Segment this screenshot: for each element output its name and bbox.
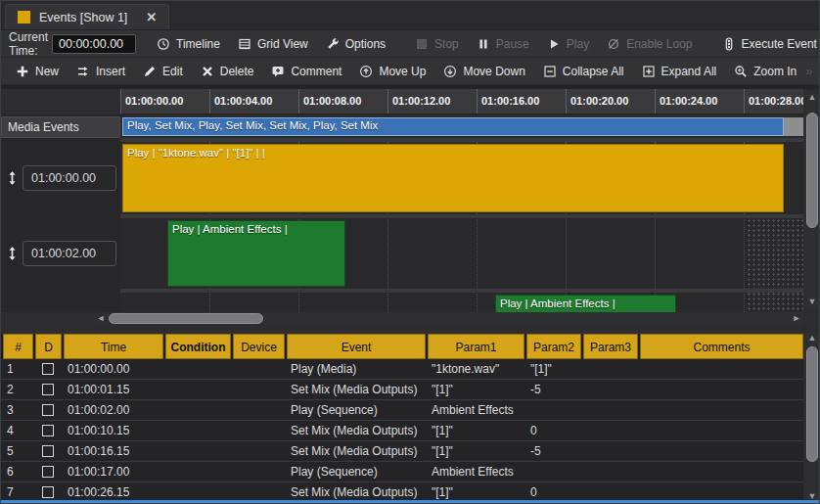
column-header-num[interactable]: # <box>3 334 33 359</box>
column-header-disabled[interactable]: D <box>35 334 62 359</box>
enable-loop-button-label: Enable Loop <box>626 37 692 51</box>
media-event-bar[interactable]: Play | "1ktone.wav" | "[1]" | | <box>122 144 784 212</box>
table-row[interactable]: 6 01:00:17.00 Play (Sequence) Ambient Ef… <box>1 462 803 482</box>
scroll-right-icon[interactable]: ► <box>790 312 803 325</box>
track-start-time[interactable]: 01:00:02.00 <box>23 241 116 266</box>
toolbar-overflow-chevron[interactable]: » <box>805 64 814 78</box>
play-button[interactable]: Play <box>538 32 598 56</box>
timeline-scrollbar-thumb[interactable] <box>806 113 818 228</box>
scroll-up-icon[interactable]: ▲ <box>804 332 820 344</box>
move-down-button-label: Move Down <box>463 65 524 78</box>
scroll-down-icon[interactable]: ▼ <box>804 296 820 308</box>
horizontal-scrollbar-thumb[interactable] <box>109 313 263 324</box>
row-time: 01:00:16.15 <box>68 441 161 461</box>
column-header-param1[interactable]: Param1 <box>428 334 524 359</box>
track-label-2[interactable]: 01:00:02.00 <box>1 218 120 289</box>
pause-button-label: Pause <box>496 37 529 51</box>
grid-vertical-scrollbar[interactable]: ▲ ▼ <box>804 332 820 503</box>
delete-button[interactable]: Delete <box>192 60 263 83</box>
insert-arrows-icon <box>76 65 90 78</box>
expand-all-button[interactable]: Expand All <box>633 60 726 83</box>
sequence-event-bar[interactable]: Play | Ambient Effects | <box>167 220 345 287</box>
play-icon <box>547 37 561 51</box>
tab-events[interactable]: Events [Show 1] ✕ <box>5 4 169 29</box>
track-start-time[interactable]: 01:00:00.00 <box>23 165 116 191</box>
options-button[interactable]: Options <box>317 32 394 56</box>
group-summary-bar[interactable]: Play, Set Mix, Play, Set Mix, Set Mix, P… <box>122 117 784 136</box>
table-row[interactable]: 4 01:00:10.15 Set Mix (Media Outputs) "[… <box>1 421 803 441</box>
events-window: Events [Show 1] ✕ Current Time: Timeline… <box>0 0 820 504</box>
disable-checkbox[interactable] <box>42 404 54 416</box>
edit-button-label: Edit <box>162 65 183 78</box>
current-time-input[interactable] <box>52 34 136 54</box>
column-header-comments[interactable]: Comments <box>640 334 803 359</box>
disable-checkbox[interactable] <box>42 466 54 478</box>
grid-scrollbar-thumb[interactable] <box>806 346 818 462</box>
track-label-1[interactable]: 01:00:00.00 <box>1 142 120 214</box>
column-header-param3[interactable]: Param3 <box>583 334 638 359</box>
pause-button[interactable]: Pause <box>468 32 538 56</box>
move-down-button[interactable]: Move Down <box>434 60 533 83</box>
group-summary-bar-tail <box>784 117 803 136</box>
new-button[interactable]: New <box>7 60 68 83</box>
disable-checkbox[interactable] <box>42 445 54 457</box>
horizontal-scrollbar[interactable]: ◄ ► <box>94 312 803 325</box>
move-up-button[interactable]: Move Up <box>350 60 434 83</box>
event-grid-header: # D Time Condition Device Event Param1 P… <box>1 334 803 359</box>
timeline-button[interactable]: Timeline <box>148 32 229 56</box>
close-icon[interactable]: ✕ <box>146 10 157 24</box>
column-header-device[interactable]: Device <box>233 334 285 359</box>
edit-button[interactable]: Edit <box>134 60 192 83</box>
window-bottom-edge <box>1 500 819 503</box>
grid-view-button[interactable]: Grid View <box>229 32 317 56</box>
row-time: 01:00:01.15 <box>68 380 161 399</box>
comment-button[interactable]: Comment <box>262 60 350 83</box>
table-row[interactable]: 2 01:00:01.15 Set Mix (Media Outputs) "[… <box>1 380 803 400</box>
sequence-event-bar[interactable]: Play | Ambient Effects | <box>495 295 676 312</box>
disable-checkbox[interactable] <box>42 384 54 395</box>
table-row[interactable]: 1 01:00:00.00 Play (Media) "1ktone.wav" … <box>1 359 803 380</box>
scroll-up-icon[interactable]: ▲ <box>804 91 820 104</box>
table-row[interactable]: 5 01:00:16.15 Set Mix (Media Outputs) "[… <box>1 441 803 462</box>
circle-down-arrow-icon <box>443 65 457 78</box>
insert-button[interactable]: Insert <box>68 60 134 83</box>
execute-event-button[interactable]: Execute Event <box>713 32 820 56</box>
execute-event-button-label: Execute Event <box>742 37 817 51</box>
disable-checkbox[interactable] <box>42 425 54 436</box>
ruler-tick-label: 01:00:24.00 <box>655 89 744 114</box>
disable-checkbox[interactable] <box>42 363 54 375</box>
track-group-header[interactable]: Media Events <box>1 116 120 138</box>
zoom-in-button[interactable]: Zoom In <box>725 60 805 83</box>
events-tab-icon <box>18 11 30 23</box>
grid-view-button-label: Grid View <box>257 37 308 51</box>
row-separator <box>120 138 803 142</box>
column-header-event[interactable]: Event <box>287 334 426 359</box>
table-row[interactable]: 3 01:00:02.00 Play (Sequence) Ambient Ef… <box>1 400 803 421</box>
timeline-end-hatch <box>747 218 803 312</box>
row-number: 1 <box>7 359 30 379</box>
row-param1: Ambient Effects <box>432 462 524 481</box>
timeline-canvas[interactable]: Play, Set Mix, Play, Set Mix, Set Mix, P… <box>120 115 803 312</box>
row-number: 2 <box>7 380 30 399</box>
collapse-all-button[interactable]: Collapse All <box>534 60 633 83</box>
row-param1: "[1]" <box>432 421 524 440</box>
timeline-button-label: Timeline <box>176 37 220 51</box>
row-separator <box>120 214 803 218</box>
ruler-tick-label: 01:00:08.00 <box>298 89 387 114</box>
row-event: Set Mix (Media Outputs) <box>291 380 424 399</box>
delete-button-label: Delete <box>220 65 254 78</box>
column-header-condition[interactable]: Condition <box>165 334 231 359</box>
stop-button[interactable]: Stop <box>406 32 468 56</box>
zoom-in-button-label: Zoom In <box>753 65 797 78</box>
enable-loop-button[interactable]: Enable Loop <box>598 32 701 56</box>
box-plus-icon <box>642 65 656 78</box>
column-header-time[interactable]: Time <box>64 334 163 359</box>
timeline-ruler[interactable]: 01:00:00.00 01:00:04.00 01:00:08.00 01:0… <box>120 89 803 115</box>
column-header-param2[interactable]: Param2 <box>526 334 581 359</box>
disable-checkbox[interactable] <box>42 486 54 498</box>
ruler-tick-label: 01:00:04.00 <box>209 89 298 114</box>
timeline-vertical-scrollbar[interactable]: ▲ ▼ <box>804 91 820 308</box>
row-param1: Ambient Effects <box>432 400 524 420</box>
row-event: Set Mix (Media Outputs) <box>291 482 424 502</box>
scroll-left-icon[interactable]: ◄ <box>94 312 108 325</box>
